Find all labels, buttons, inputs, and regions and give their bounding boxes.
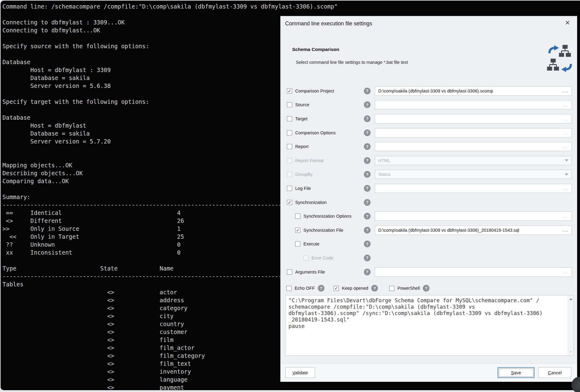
browse-button[interactable]: ... (563, 187, 568, 190)
help-icon[interactable]: ? (318, 285, 324, 292)
bat-file-text[interactable]: "C:\Program Files\Devart\dbForge Schema … (288, 297, 566, 354)
chevron-down-icon[interactable] (565, 159, 568, 162)
screen: Command line: /schemacompare /compfile:"… (0, 0, 580, 392)
row-label: Synchronization File (303, 228, 343, 233)
option-label: PowerShell (397, 286, 420, 291)
browse-button[interactable]: ... (563, 229, 568, 232)
browse-button[interactable]: ... (563, 103, 568, 106)
help-icon[interactable]: ? (364, 88, 371, 94)
settings-row: Source ? ... (281, 98, 577, 112)
arguments-file-field[interactable]: ... (375, 267, 572, 277)
synchronization-options-field[interactable]: ... (375, 212, 572, 221)
settings-row: Comparison Project ? D:\comp\sakila (dbf… (281, 84, 577, 98)
help-icon[interactable]: ? (364, 213, 371, 220)
settings-row: Report ? ... (281, 140, 577, 154)
help-icon[interactable]: ? (364, 255, 371, 261)
field-value: D:\comp\sakila (dbfmylast-3309 vs dbfmyl… (378, 228, 563, 233)
source-field[interactable]: ... (375, 100, 572, 109)
cancel-button[interactable]: Cancel (538, 367, 571, 378)
browse-button[interactable]: ... (563, 89, 568, 93)
save-button[interactable]: Save (498, 367, 535, 378)
target-field[interactable]: ... (375, 114, 572, 123)
error-code-checkbox[interactable] (303, 255, 309, 260)
report-field[interactable]: ... (375, 142, 572, 151)
schema-compare-icon (547, 44, 573, 74)
settings-row: Log File ? ... (281, 181, 577, 195)
close-icon[interactable]: × (563, 18, 572, 27)
report-checkbox[interactable] (287, 144, 292, 149)
section-title: Schema Comparison (292, 47, 339, 52)
row-label: Comparison Project (295, 89, 334, 93)
settings-row: Error Code ? (281, 251, 577, 265)
field-value: HTML (378, 158, 565, 163)
browse-button[interactable]: ... (563, 145, 568, 148)
groupby-checkbox[interactable] (287, 172, 292, 177)
groupby-field[interactable]: Status (375, 170, 572, 179)
section-subtitle: Select command line file settings to man… (296, 60, 408, 65)
settings-row: Synchronization Options ? ... (281, 209, 577, 223)
powershell-checkbox[interactable] (389, 286, 394, 291)
browse-button[interactable]: ... (563, 131, 568, 134)
row-label: Comparison Options (295, 130, 335, 135)
help-icon[interactable]: ? (364, 199, 371, 206)
help-icon[interactable]: ? (364, 185, 371, 192)
help-icon[interactable]: ? (423, 285, 430, 292)
browse-button[interactable]: ... (563, 270, 568, 274)
comparison-options-field[interactable]: ... (375, 128, 572, 137)
comparison-options-checkbox[interactable] (287, 130, 292, 135)
row-label: Execute (303, 241, 319, 246)
synchronization-options-checkbox[interactable] (295, 214, 300, 219)
source-checkbox[interactable] (287, 102, 292, 107)
arguments-file-checkbox[interactable] (287, 269, 292, 274)
bat-file-textbox[interactable]: "C:\Program Files\Devart\dbForge Schema … (285, 295, 574, 356)
help-icon[interactable]: ? (364, 129, 371, 136)
option-checkbox-group: Keep opened ? (334, 284, 378, 293)
help-icon[interactable]: ? (364, 227, 371, 234)
dialog-title: Command line execution file settings (285, 20, 372, 27)
scroll-down-icon[interactable] (568, 349, 574, 355)
execute-checkbox[interactable] (295, 241, 300, 247)
target-checkbox[interactable] (287, 116, 292, 121)
help-icon[interactable]: ? (364, 241, 371, 247)
echo-off-checkbox[interactable] (286, 286, 292, 291)
bottom-checkboxes: Echo OFF ? Keep opened ? PowerShell ? (281, 284, 577, 293)
help-icon[interactable]: ? (364, 269, 371, 275)
field-value: Status (378, 172, 565, 177)
keep-opened-checkbox[interactable] (334, 286, 339, 291)
settings-row: Execute ? (281, 237, 577, 251)
settings-row: GroupBy ? Status (281, 168, 577, 182)
help-icon[interactable]: ? (371, 285, 378, 292)
row-label: Target (295, 116, 307, 121)
comparison-project-checkbox[interactable] (287, 88, 292, 93)
help-icon[interactable]: ? (364, 115, 371, 122)
help-icon[interactable]: ? (364, 143, 371, 150)
synchronization-file-field[interactable]: D:\comp\sakila (dbfmylast-3309 vs dbfmyl… (375, 226, 572, 235)
settings-row: Target ? ... (281, 112, 577, 126)
settings-rows: Comparison Project ? D:\comp\sakila (dbf… (281, 84, 577, 279)
row-label: Synchronization Options (303, 214, 351, 219)
row-label: Log File (295, 186, 311, 191)
row-label: Report Format (295, 158, 324, 163)
chevron-down-icon[interactable] (565, 173, 568, 176)
settings-row: Arguments File ? ... (281, 265, 577, 279)
settings-row: Report Format ? HTML (281, 154, 577, 168)
synchronization-file-checkbox[interactable] (295, 227, 300, 233)
synchronization-checkbox[interactable] (287, 200, 292, 205)
scrollbar[interactable] (568, 296, 574, 355)
log-file-checkbox[interactable] (287, 186, 292, 191)
report-format-checkbox[interactable] (287, 158, 292, 163)
help-icon[interactable]: ? (364, 171, 371, 178)
comparison-project-field[interactable]: D:\comp\sakila (dbfmylast-3309 vs dbfmyl… (375, 86, 572, 96)
scroll-up-icon[interactable] (568, 296, 574, 302)
dialog-footer: Validate Save Cancel (281, 363, 577, 382)
option-checkbox-group: Echo OFF ? (286, 284, 324, 293)
help-icon[interactable]: ? (364, 101, 371, 108)
row-label: Synchronization (295, 200, 327, 205)
settings-row: Synchronization File ? D:\comp\sakila (d… (281, 223, 577, 237)
report-format-field[interactable]: HTML (375, 156, 572, 165)
log-file-field[interactable]: ... (375, 184, 572, 193)
browse-button[interactable]: ... (563, 215, 568, 218)
browse-button[interactable]: ... (563, 117, 568, 120)
validate-button[interactable]: Validate (285, 367, 315, 378)
help-icon[interactable]: ? (364, 157, 371, 164)
